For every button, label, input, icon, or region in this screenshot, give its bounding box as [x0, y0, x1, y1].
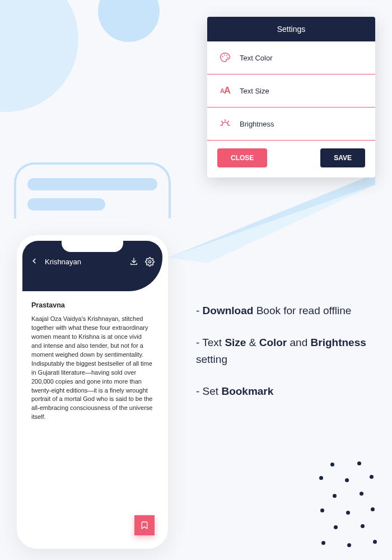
dots-decoration	[314, 459, 381, 549]
close-button[interactable]: CLOSE	[217, 148, 267, 167]
save-button[interactable]: SAVE	[320, 148, 365, 167]
settings-row-brightness[interactable]: Brightness	[207, 108, 375, 141]
settings-popup: Settings Text Color AA Text Size	[207, 17, 375, 178]
book-title: Krishnayan	[44, 258, 123, 266]
svg-point-5	[227, 57, 228, 58]
reader-body: Prastavna Kaajal Oza Vaidya's Krishnayan…	[22, 291, 162, 432]
svg-point-4	[226, 55, 227, 56]
settings-row-label: Brightness	[240, 120, 274, 128]
brightness-icon	[218, 118, 232, 130]
svg-marker-0	[168, 174, 375, 258]
settings-row-label: Text Color	[240, 54, 273, 62]
bg-circle-small	[98, 0, 160, 42]
connector-beam	[168, 174, 375, 263]
svg-point-3	[224, 54, 225, 55]
bookmark-icon	[140, 521, 149, 530]
palette-icon	[218, 52, 232, 64]
settings-footer: CLOSE SAVE	[207, 141, 375, 178]
phone-frame: Krishnayan Prastavna Kaajal Oza Vaidya's…	[17, 235, 168, 549]
chapter-title: Prastavna	[31, 301, 153, 309]
bg-circle-large	[0, 0, 78, 112]
svg-line-8	[228, 121, 229, 122]
download-icon[interactable]	[129, 256, 139, 267]
svg-line-7	[222, 121, 223, 122]
svg-point-11	[148, 260, 151, 263]
phone-outline-decoration	[14, 162, 171, 218]
feature-text-settings: - Text Size & Color and Brightness setti…	[196, 334, 375, 367]
svg-marker-1	[168, 185, 375, 263]
gear-icon[interactable]	[144, 256, 155, 267]
feature-list: - Download Book for read offline - Text …	[196, 302, 375, 416]
back-icon[interactable]	[30, 256, 38, 267]
settings-row-text-color[interactable]: Text Color	[207, 41, 375, 74]
feature-download: - Download Book for read offline	[196, 302, 375, 319]
chapter-text: Kaajal Oza Vaidya's Krishnayan, stitched…	[31, 315, 153, 422]
feature-bookmark: - Set Bookmark	[196, 383, 375, 399]
phone-notch	[62, 241, 123, 252]
svg-point-2	[222, 56, 223, 57]
text-size-icon: AA	[218, 85, 232, 97]
settings-row-text-size[interactable]: AA Text Size	[207, 74, 375, 108]
settings-row-label: Text Size	[240, 87, 269, 95]
bookmark-button[interactable]	[134, 515, 155, 535]
settings-title: Settings	[207, 17, 375, 41]
